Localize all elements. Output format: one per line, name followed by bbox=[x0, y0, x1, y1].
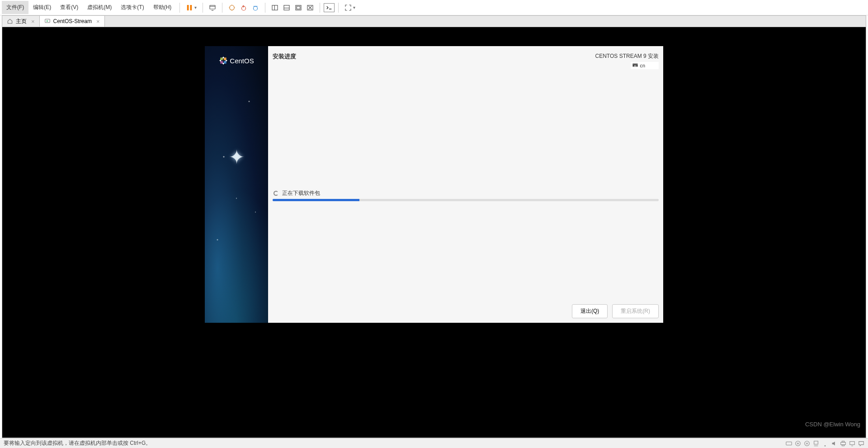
menubar: 文件(F) 编辑(E) 查看(V) 虚拟机(M) 选项卡(T) 帮助(H) ▾ … bbox=[0, 0, 868, 15]
pause-vm-icon[interactable] bbox=[184, 2, 195, 14]
usb-status-icon[interactable] bbox=[822, 440, 828, 447]
menu-help[interactable]: 帮助(H) bbox=[149, 1, 176, 14]
cd2-status-icon[interactable] bbox=[804, 440, 810, 447]
svg-marker-19 bbox=[219, 60, 221, 62]
installer-subtitle: CENTOS STREAM 9 安装 bbox=[595, 52, 659, 60]
svg-rect-6 bbox=[272, 5, 278, 10]
svg-point-3 bbox=[230, 5, 235, 10]
anaconda-main-pane: 安装进度 CENTOS STREAM 9 安装 cn 正在下载软件包 bbox=[268, 46, 663, 323]
svg-rect-2 bbox=[210, 5, 215, 9]
progress-bar-fill bbox=[273, 199, 359, 201]
svg-point-30 bbox=[796, 441, 801, 446]
svg-rect-24 bbox=[635, 64, 635, 65]
tabbar: 主页 × CentOS-Stream × bbox=[2, 15, 866, 27]
statusbar: 要将输入定向到该虚拟机，请在虚拟机内部单击或按 Ctrl+G。 bbox=[0, 438, 868, 448]
snapshot-revert-icon[interactable] bbox=[238, 2, 250, 14]
tab-home-label: 主页 bbox=[16, 18, 27, 25]
separator bbox=[179, 3, 180, 13]
svg-rect-1 bbox=[190, 5, 192, 10]
keyboard-indicator[interactable]: cn bbox=[631, 62, 659, 69]
view-unity-icon[interactable] bbox=[292, 2, 304, 14]
disk-status-icon[interactable] bbox=[786, 440, 792, 447]
svg-rect-38 bbox=[842, 444, 844, 446]
keyboard-icon bbox=[632, 63, 638, 68]
progress-bar bbox=[273, 199, 659, 201]
view-exclusive-icon[interactable] bbox=[304, 2, 316, 14]
star-decoration-icon: ✦ bbox=[229, 146, 245, 168]
svg-point-31 bbox=[797, 443, 799, 444]
svg-rect-39 bbox=[850, 441, 855, 444]
progress-section: 正在下载软件包 bbox=[273, 189, 659, 201]
pause-dropdown-icon[interactable]: ▾ bbox=[194, 5, 199, 10]
tab-home[interactable]: 主页 × bbox=[2, 16, 40, 27]
snapshot-manager-icon[interactable] bbox=[250, 2, 261, 14]
svg-rect-22 bbox=[633, 64, 634, 65]
separator bbox=[222, 3, 222, 13]
tab-home-close-icon[interactable]: × bbox=[31, 18, 35, 25]
separator bbox=[338, 3, 339, 13]
menu-view[interactable]: 查看(V) bbox=[56, 1, 83, 14]
quick-switch-icon[interactable] bbox=[324, 3, 335, 12]
statusbar-hint: 要将输入定向到该虚拟机，请在虚拟机内部单击或按 Ctrl+G。 bbox=[4, 439, 151, 447]
watermark-text: CSDN @Elwin Wong bbox=[805, 421, 860, 428]
tab-vm[interactable]: CentOS-Stream × bbox=[40, 16, 105, 27]
separator bbox=[203, 3, 203, 13]
page-title: 安装进度 bbox=[273, 52, 296, 61]
svg-point-5 bbox=[254, 6, 258, 10]
svg-rect-29 bbox=[786, 442, 792, 445]
progress-status-text: 正在下载软件包 bbox=[282, 189, 320, 197]
svg-rect-7 bbox=[284, 5, 289, 10]
printer-status-icon[interactable] bbox=[840, 440, 846, 447]
svg-rect-37 bbox=[842, 441, 844, 442]
svg-rect-26 bbox=[636, 64, 637, 65]
vm-running-icon bbox=[44, 18, 51, 24]
network-status-icon[interactable] bbox=[813, 440, 819, 447]
quit-button[interactable]: 退出(Q) bbox=[572, 304, 608, 318]
tab-vm-close-icon[interactable]: × bbox=[96, 18, 100, 25]
svg-marker-18 bbox=[222, 63, 225, 65]
svg-point-32 bbox=[805, 441, 810, 446]
cd-status-icon[interactable] bbox=[795, 440, 801, 447]
centos-logo-icon bbox=[219, 56, 228, 65]
svg-rect-28 bbox=[634, 66, 637, 66]
svg-rect-9 bbox=[297, 6, 301, 9]
centos-brand-label: CentOS bbox=[230, 57, 254, 65]
menu-vm[interactable]: 虚拟机(M) bbox=[83, 1, 116, 14]
svg-point-33 bbox=[807, 443, 808, 444]
anaconda-sidebar: CentOS ✦ bbox=[205, 46, 268, 323]
anaconda-header: 安装进度 CENTOS STREAM 9 安装 cn bbox=[268, 46, 663, 73]
reboot-button: 重启系统(R) bbox=[612, 304, 659, 318]
spinner-icon bbox=[274, 191, 278, 196]
devices-icon[interactable] bbox=[207, 2, 218, 14]
vm-guest-screen[interactable]: CentOS ✦ 安装进度 CENTOS STREAM 9 安装 cn bbox=[205, 46, 663, 323]
svg-rect-0 bbox=[187, 5, 189, 10]
svg-rect-25 bbox=[635, 64, 636, 65]
svg-point-4 bbox=[242, 6, 246, 10]
fullscreen-icon[interactable] bbox=[342, 2, 354, 14]
svg-marker-17 bbox=[222, 57, 225, 58]
anaconda-body: 正在下载软件包 bbox=[268, 73, 663, 300]
menu-edit[interactable]: 编辑(E) bbox=[28, 1, 56, 14]
centos-brand: CentOS bbox=[205, 56, 268, 65]
svg-rect-23 bbox=[634, 64, 634, 65]
svg-point-35 bbox=[825, 445, 826, 446]
view-single-icon[interactable] bbox=[269, 2, 281, 14]
svg-rect-36 bbox=[841, 442, 846, 444]
svg-rect-27 bbox=[637, 64, 637, 65]
display-status-icon[interactable] bbox=[849, 440, 855, 447]
view-console-icon[interactable] bbox=[281, 2, 292, 14]
menu-tabs[interactable]: 选项卡(T) bbox=[116, 1, 148, 14]
svg-rect-34 bbox=[814, 441, 818, 444]
separator bbox=[265, 3, 265, 13]
sound-status-icon[interactable] bbox=[831, 440, 837, 447]
svg-marker-20 bbox=[226, 60, 227, 62]
statusbar-tray bbox=[786, 440, 864, 447]
svg-marker-12 bbox=[47, 20, 48, 22]
home-icon bbox=[7, 18, 13, 24]
menu-file[interactable]: 文件(F) bbox=[2, 1, 28, 14]
fullscreen-dropdown-icon[interactable]: ▾ bbox=[353, 5, 358, 10]
vm-viewport[interactable]: CentOS ✦ 安装进度 CENTOS STREAM 9 安装 cn bbox=[2, 27, 866, 438]
separator bbox=[320, 3, 320, 13]
snapshot-take-icon[interactable] bbox=[226, 2, 238, 14]
message-status-icon[interactable] bbox=[858, 440, 864, 447]
